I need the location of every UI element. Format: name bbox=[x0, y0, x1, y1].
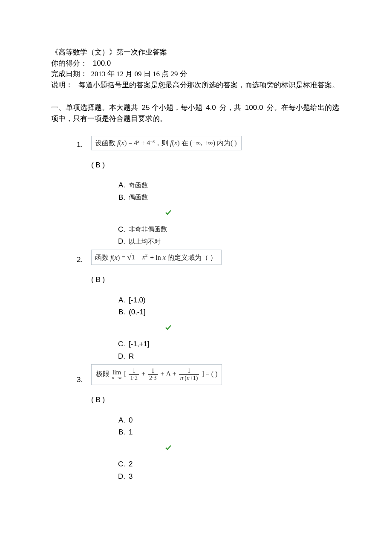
section-points-total: 100.0 bbox=[245, 104, 263, 112]
question-number: 1. bbox=[77, 139, 91, 150]
check-icon bbox=[165, 445, 171, 451]
option-text: [-1,+1] bbox=[129, 339, 150, 350]
section-text-b: 个小题，每小题 bbox=[152, 104, 202, 112]
option-c: C. 非奇非偶函数 bbox=[113, 224, 341, 235]
option-text: (0,-1] bbox=[129, 307, 146, 318]
score-line: 你的得分： 100.0 bbox=[51, 58, 341, 69]
option-b: B. (0,-1] bbox=[113, 307, 341, 318]
section-count: 25 bbox=[142, 104, 150, 112]
completion-value: 2013 年 12 月 09 日 16 点 29 分 bbox=[91, 70, 187, 78]
option-a: A. 奇函数 bbox=[113, 180, 341, 191]
section-points-each: 4.0 bbox=[206, 104, 216, 112]
option-text: 0 bbox=[129, 415, 133, 426]
option-text: 奇函数 bbox=[129, 181, 148, 190]
option-letter: C. bbox=[113, 459, 125, 470]
question-1: 1. 设函数 f(x) = 4x + 4−x，则 f(x) 在 (−∞, +∞)… bbox=[77, 136, 341, 247]
stem-suffix: 的定义域为（ ） bbox=[166, 254, 217, 261]
score-value: 100.0 bbox=[93, 59, 111, 67]
option-text: 1 bbox=[129, 427, 133, 438]
option-text: [-1,0) bbox=[129, 295, 146, 306]
question-stem-image: 设函数 f(x) = 4x + 4−x，则 f(x) 在 (−∞, +∞) 内为… bbox=[91, 136, 242, 150]
option-text: 2 bbox=[129, 459, 133, 470]
check-icon bbox=[165, 210, 171, 216]
question-number: 2. bbox=[77, 254, 91, 265]
question-stem-image: 函数 f(x) = √1 − x2 + ln x 的定义域为（ ） bbox=[91, 250, 222, 265]
completion-label: 完成日期： bbox=[51, 70, 87, 78]
option-text: 3 bbox=[129, 471, 133, 482]
question-number: 3. bbox=[77, 374, 91, 385]
option-letter: A. bbox=[113, 180, 125, 191]
selected-answer: ( B ) bbox=[91, 160, 341, 171]
option-text: 以上均不对 bbox=[129, 237, 161, 247]
option-letter: B. bbox=[113, 307, 125, 318]
option-letter: B. bbox=[113, 427, 125, 438]
stem-prefix: 函数 bbox=[95, 254, 110, 261]
option-letter: D. bbox=[113, 236, 125, 247]
doc-title: 《高等数学（文）》第一次作业答案 bbox=[51, 47, 341, 58]
options-list: A. [-1,0) B. (0,-1] C. [-1,+1] D. R bbox=[113, 295, 341, 362]
stem-prefix: 设函数 bbox=[95, 139, 117, 147]
option-a: A. [-1,0) bbox=[113, 295, 341, 306]
option-d: D. R bbox=[113, 351, 341, 362]
option-letter: A. bbox=[113, 415, 125, 426]
stem-prefix: 极限 bbox=[96, 370, 111, 377]
correct-marker bbox=[165, 443, 341, 454]
option-d: D. 3 bbox=[113, 471, 341, 482]
option-b: B. 偶函数 bbox=[113, 192, 341, 203]
note-line: 说明： 每道小题括号里的答案是您最高分那次所选的答案，而选项旁的标识是标准答案。 bbox=[51, 80, 341, 91]
correct-marker bbox=[165, 323, 341, 334]
option-text: R bbox=[129, 351, 134, 362]
option-letter: D. bbox=[113, 351, 125, 362]
question-stem-image: 极限 limn→∞ [ 11·2 + 12·3 + Λ + 1n·(n+1) ]… bbox=[91, 364, 222, 385]
note-text: 每道小题括号里的答案是您最高分那次所选的答案，而选项旁的标识是标准答案。 bbox=[78, 81, 339, 89]
option-letter: C. bbox=[113, 224, 125, 235]
options-list: A. 0 B. 1 C. 2 D. 3 bbox=[113, 415, 341, 482]
option-b: B. 1 bbox=[113, 427, 341, 438]
completion-line: 完成日期： 2013 年 12 月 09 日 16 点 29 分 bbox=[51, 69, 341, 80]
check-icon bbox=[165, 325, 171, 331]
section-heading: 一、单项选择题。本大题共 25 个小题，每小题 4.0 分，共 100.0 分。… bbox=[51, 102, 341, 124]
option-a: A. 0 bbox=[113, 415, 341, 426]
option-letter: C. bbox=[113, 339, 125, 350]
correct-marker bbox=[165, 208, 341, 219]
score-label: 你的得分： bbox=[51, 59, 87, 67]
note-label: 说明： bbox=[51, 81, 73, 89]
section-text-a: 一、单项选择题。本大题共 bbox=[51, 104, 138, 112]
question-3: 3. 极限 limn→∞ [ 11·2 + 12·3 + Λ + 1n·(n+1… bbox=[77, 364, 341, 482]
options-list: A. 奇函数 B. 偶函数 C. 非奇非偶函数 D. 以上均不对 bbox=[113, 180, 341, 247]
option-letter: B. bbox=[113, 192, 125, 203]
selected-answer: ( B ) bbox=[91, 274, 341, 285]
page: 《高等数学（文）》第一次作业答案 你的得分： 100.0 完成日期： 2013 … bbox=[0, 0, 392, 555]
option-d: D. 以上均不对 bbox=[113, 236, 341, 247]
stem-suffix: 内为( ) bbox=[215, 139, 237, 147]
option-letter: D. bbox=[113, 471, 125, 482]
question-2: 2. 函数 f(x) = √1 − x2 + ln x 的定义域为（ ） ( B… bbox=[77, 250, 341, 362]
stem-suffix: = ( ) bbox=[204, 370, 218, 377]
section-text-c: 分，共 bbox=[219, 104, 241, 112]
option-c: C. 2 bbox=[113, 459, 341, 470]
option-c: C. [-1,+1] bbox=[113, 339, 341, 350]
selected-answer: ( B ) bbox=[91, 394, 341, 405]
option-text: 偶函数 bbox=[129, 193, 148, 202]
option-text: 非奇非偶函数 bbox=[129, 224, 167, 234]
option-letter: A. bbox=[113, 295, 125, 306]
